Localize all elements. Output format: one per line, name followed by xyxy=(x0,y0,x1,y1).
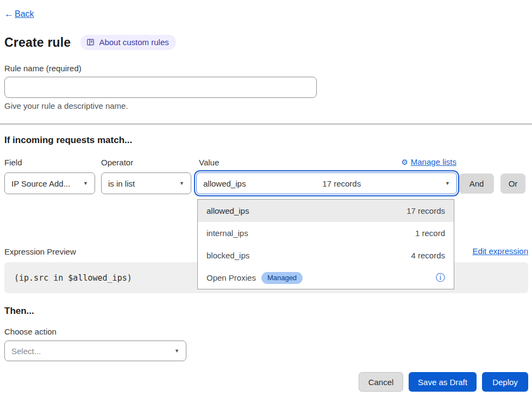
list-option-name: internal_ips xyxy=(206,228,248,238)
rule-name-input[interactable] xyxy=(4,77,317,98)
list-option-blocked-ips[interactable]: blocked_ips 4 records xyxy=(198,244,454,267)
rule-name-label: Rule name (required) xyxy=(4,64,82,73)
save-as-draft-button[interactable]: Save as Draft xyxy=(409,372,477,392)
cancel-button[interactable]: Cancel xyxy=(359,372,403,392)
back-label: Back xyxy=(15,9,34,19)
operator-label: Operator xyxy=(101,158,133,167)
chevron-down-icon: ▼ xyxy=(174,348,179,354)
create-rule-page: ←Back Create rule About custom rules Rul… xyxy=(0,0,532,402)
list-option-records: 4 records xyxy=(411,251,445,260)
book-icon xyxy=(86,38,95,46)
page-title: Create rule xyxy=(4,35,71,50)
about-custom-rules-link[interactable]: About custom rules xyxy=(80,35,176,50)
gear-icon: ⚙ xyxy=(401,158,408,166)
list-option-name: Open Proxies xyxy=(206,273,256,282)
value-label: Value xyxy=(199,158,219,167)
manage-lists-label: Manage lists xyxy=(411,157,456,166)
then-section-heading: Then... xyxy=(4,306,34,317)
chevron-down-icon: ▼ xyxy=(445,181,450,186)
lists-dropdown: allowed_ips 17 records internal_ips 1 re… xyxy=(197,199,454,289)
about-custom-rules-label: About custom rules xyxy=(99,38,168,47)
back-arrow-icon: ← xyxy=(4,9,14,20)
title-row: Create rule About custom rules xyxy=(4,35,176,50)
rule-name-helper: Give your rule a descriptive name. xyxy=(4,101,128,110)
field-select[interactable]: IP Source Add... ▼ xyxy=(4,172,95,194)
list-option-open-proxies[interactable]: Open Proxies Managed ⓘ xyxy=(198,267,454,289)
list-option-name: allowed_ips xyxy=(206,206,249,215)
expression-preview-label: Expression Preview xyxy=(4,247,76,256)
section-divider xyxy=(0,123,532,125)
action-select[interactable]: Select... ▼ xyxy=(4,341,186,361)
info-icon[interactable]: ⓘ xyxy=(436,271,445,284)
back-link[interactable]: ←Back xyxy=(4,9,34,20)
value-select[interactable]: allowed_ips 17 records ▼ xyxy=(196,172,457,194)
list-option-internal-ips[interactable]: internal_ips 1 record xyxy=(198,222,454,244)
expression-code: (ip.src in $allowed_ips) xyxy=(14,273,132,283)
or-button[interactable]: Or xyxy=(500,174,525,194)
list-option-records: 1 record xyxy=(415,228,445,238)
list-option-allowed-ips[interactable]: allowed_ips 17 records xyxy=(198,200,454,222)
chevron-down-icon: ▼ xyxy=(83,181,88,186)
operator-select[interactable]: is in list ▼ xyxy=(101,172,191,194)
match-section-heading: If incoming requests match... xyxy=(4,135,132,146)
operator-select-value: is in list xyxy=(108,179,135,188)
choose-action-label: Choose action xyxy=(4,327,57,336)
chevron-down-icon: ▼ xyxy=(179,181,184,186)
and-button[interactable]: And xyxy=(459,174,494,194)
deploy-button[interactable]: Deploy xyxy=(482,372,528,392)
edit-expression-link[interactable]: Edit expression xyxy=(472,246,528,256)
field-select-value: IP Source Add... xyxy=(11,179,70,188)
value-select-records: 17 records xyxy=(322,179,368,188)
value-select-name: allowed_ips xyxy=(203,179,246,188)
list-option-records: 17 records xyxy=(406,206,445,215)
managed-badge: Managed xyxy=(261,272,303,284)
manage-lists-link[interactable]: ⚙ Manage lists xyxy=(401,157,456,166)
action-select-placeholder: Select... xyxy=(11,347,41,356)
field-label: Field xyxy=(4,158,22,167)
list-option-name: blocked_ips xyxy=(206,251,249,260)
